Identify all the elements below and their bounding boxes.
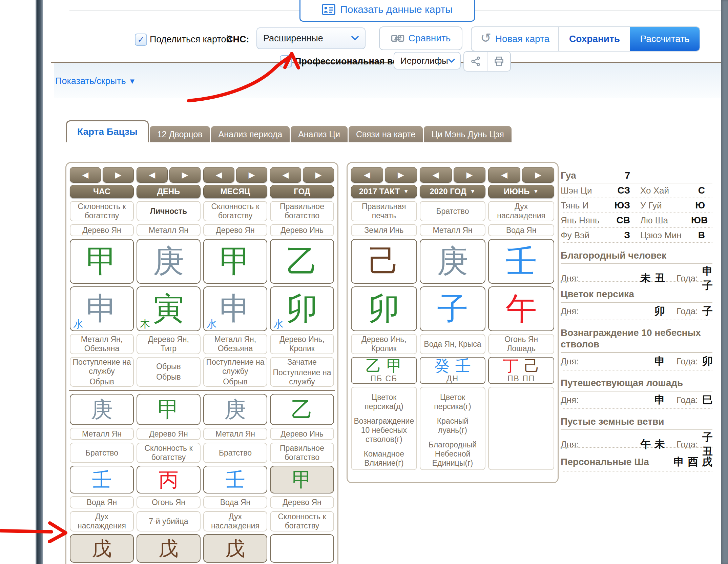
nav-next-button[interactable]: ▶ (236, 167, 267, 183)
earthly-branch-box[interactable]: 卯水 (270, 286, 334, 331)
nav-prev-button[interactable]: ◀ (488, 167, 520, 183)
triangle-down-icon: ▼ (533, 188, 539, 195)
left-window-rail (36, 0, 43, 564)
period-note: Цветок персика(д) (354, 393, 414, 411)
hidden-stem-box[interactable]: 戊 (137, 534, 201, 563)
hidden-stem-box[interactable]: 丙 (137, 466, 201, 494)
period-branch-box[interactable]: 午 (488, 286, 554, 331)
heavenly-stem-box[interactable]: 甲 (203, 239, 267, 284)
hanzi-char: 卯 (368, 293, 399, 324)
nav-next-button[interactable]: ▶ (522, 167, 554, 183)
life-stage-box: Поступление на службуОбрыв (70, 357, 134, 387)
right-scrollbar-rail[interactable] (721, 0, 728, 564)
earthly-branch-box[interactable]: 申水 (203, 286, 267, 331)
hidden-stem-box[interactable]: 戊 (203, 534, 267, 563)
hanzi-char: 子 (437, 293, 468, 324)
heavenly-stem-box[interactable]: 乙 (270, 239, 334, 284)
hidden-stem-box[interactable]: 戊 (70, 534, 134, 563)
year-value: 卯 (702, 354, 713, 368)
hanzi-char: 卯 (287, 293, 318, 324)
nav-next-button[interactable]: ▶ (169, 167, 201, 183)
glyphs-dropdown[interactable]: Иероглифы (394, 52, 461, 69)
tab-Анализ Ци[interactable]: Анализ Ци (291, 126, 348, 142)
pro-version-checkbox[interactable]: ✓ (280, 55, 292, 67)
nav-prev-button[interactable]: ◀ (203, 167, 234, 183)
hidden-stem-role-label: Склонность к богатству (137, 443, 201, 463)
calculate-label: Рассчитать (640, 34, 689, 44)
hidden-stem-box[interactable]: 甲 (270, 466, 334, 494)
life-stage-item: Обрыв (89, 377, 114, 386)
sidebar-section-title: Цветок персика (561, 288, 712, 303)
hidden-stem-box[interactable]: 甲 (137, 394, 201, 425)
tab-Связи на карте[interactable]: Связи на карте (349, 126, 423, 142)
minor-stems-box[interactable]: 癸壬ДН (420, 357, 486, 384)
nav-next-button[interactable]: ▶ (303, 167, 334, 183)
nav-prev-button[interactable]: ◀ (420, 167, 452, 183)
tab-Ци Мэнь Дунь Цзя[interactable]: Ци Мэнь Дунь Цзя (424, 126, 511, 142)
period-stem-box[interactable]: 己 (351, 239, 417, 284)
share-chart-checkbox[interactable]: ✓ (135, 34, 147, 46)
nav-next-button[interactable]: ▶ (385, 167, 417, 183)
pillar-hidden-column-МЕСЯЦ: 庚Металл ЯнБратство壬Вода ЯнДух наслаждени… (203, 391, 267, 564)
nav-prev-button[interactable]: ◀ (351, 167, 383, 183)
heavenly-stem-box[interactable]: 庚 (137, 239, 201, 284)
calculate-button[interactable]: Рассчитать (630, 27, 700, 51)
hidden-stem-box[interactable]: 壬 (70, 466, 134, 494)
print-button[interactable] (487, 52, 510, 71)
nav-next-button[interactable]: ▶ (454, 167, 486, 183)
nav-prev-button[interactable]: ◀ (70, 167, 101, 183)
hidden-stem-box[interactable]: 庚 (70, 394, 134, 425)
minor-stems-box[interactable]: 丁己ПВ ПП (488, 357, 554, 384)
column-header-label: ГОД (294, 187, 310, 196)
save-button[interactable]: Сохранить (559, 27, 630, 51)
hanzi-char: 壬 (226, 470, 245, 489)
new-chart-button[interactable]: ↺ Новая карта (472, 27, 558, 51)
sidebar-section-title: Пустые земные ветви (561, 416, 712, 430)
hanzi-char: 庚 (91, 399, 113, 420)
nav-prev-button[interactable]: ◀ (270, 167, 301, 183)
column-header: ДЕНЬ (137, 185, 201, 198)
show-card-data-button[interactable]: Показать данные карты (299, 0, 475, 22)
direction-value: В (691, 230, 712, 241)
earthly-branch-box[interactable]: 申水 (70, 286, 134, 331)
heavenly-stem-box[interactable]: 甲 (70, 239, 134, 284)
sidebar-section-row: Дня:未 丑Года:申 子 (561, 264, 712, 282)
column-header[interactable]: ИЮНЬ▼ (488, 185, 554, 198)
hidden-stem-element-label: Дерево Инь (270, 428, 334, 440)
column-header[interactable]: 2017 ТАКТ▼ (351, 185, 417, 198)
nav-next-button[interactable]: ▶ (103, 167, 134, 183)
save-label: Сохранить (569, 34, 620, 44)
column-header[interactable]: 2020 ГОД▼ (420, 185, 486, 198)
hidden-stem-box[interactable] (270, 534, 334, 563)
chart-actions-group: ↺ Новая карта Сохранить Рассчитать (471, 26, 700, 52)
hidden-stem-box[interactable]: 乙 (270, 394, 334, 425)
hanzi-char: 己 (524, 358, 540, 374)
period-note: Вознаграждение 10 небесных стволов(г) (354, 417, 414, 444)
nav-prev-button[interactable]: ◀ (137, 167, 168, 183)
period-branch-box[interactable]: 卯 (351, 286, 417, 331)
hidden-stem-box[interactable]: 庚 (203, 394, 267, 425)
life-stage-item: Обрыв (156, 362, 181, 371)
tab-12 Дворцов[interactable]: 12 Дворцов (150, 126, 210, 142)
period-stem-box[interactable]: 壬 (488, 239, 554, 284)
undo-icon: ↺ (480, 32, 491, 44)
tab-Карта Бацзы[interactable]: Карта Бацзы (66, 120, 149, 142)
tab-Анализ периода[interactable]: Анализ периода (211, 126, 290, 142)
compare-button[interactable]: Сравнить (379, 26, 462, 50)
minor-stems-box[interactable]: 乙甲ПБ СБ (351, 357, 417, 384)
period-role-label: Братство (420, 201, 486, 221)
show-hide-link[interactable]: Показать/скрыть ▼ (55, 76, 136, 86)
hanzi-char: 申 (86, 293, 118, 324)
earthly-branch-box[interactable]: 寅木 (137, 286, 201, 331)
minor-stems-chars: 癸壬 (434, 358, 471, 374)
pillar-nav: ◀▶ (203, 167, 267, 183)
hidden-stem-box[interactable]: 壬 (203, 466, 267, 494)
period-stem-box[interactable]: 庚 (420, 239, 486, 284)
share-button[interactable] (464, 52, 487, 71)
pillar-nav: ◀▶ (420, 167, 486, 183)
sns-dropdown[interactable]: Расширенные (256, 27, 366, 49)
year-value: 巳 (702, 393, 713, 407)
period-branch-box[interactable]: 子 (420, 286, 486, 331)
sidebar-section-title: Вознаграждение 10 небесных стволов (561, 327, 712, 353)
chevron-down-icon (448, 59, 455, 63)
